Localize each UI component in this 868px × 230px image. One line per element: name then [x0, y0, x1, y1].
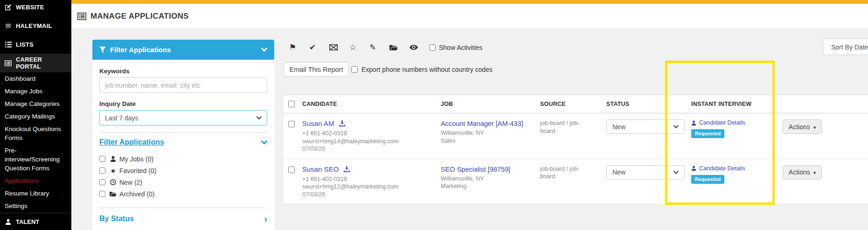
filter-applications-link[interactable]: Filter Applications [99, 138, 164, 146]
email-this-report-button[interactable]: Email This Report [284, 62, 349, 77]
chevron-down-icon[interactable] [261, 48, 267, 52]
instant-interview-cell: Candidate Details Requested [691, 159, 783, 204]
select-all-checkbox[interactable] [288, 101, 295, 107]
candidate-date: 07/03/25 [302, 191, 441, 199]
sidebar-item-dashboard[interactable]: Dashboard [5, 74, 67, 83]
inquiry-date-select[interactable]: Last 7 days [99, 110, 267, 125]
column-header-status: STATUS [606, 95, 691, 113]
list-icon [5, 42, 12, 48]
sidebar-top-group: WEBSITE ✉ HALEYMAIL LISTS CAREER PORTAL [0, 0, 71, 72]
sidebar-item-category-mailings[interactable]: Category Mailings [5, 112, 67, 121]
sidebar-item-resume-library[interactable]: Resume Library [5, 189, 67, 198]
sidebar-item-website[interactable]: WEBSITE [0, 0, 71, 16]
show-activities-label: Show Activities [439, 44, 482, 51]
download-resume-icon[interactable] [344, 166, 350, 172]
manage-applications-screen: WEBSITE ✉ HALEYMAIL LISTS CAREER PORTAL … [0, 0, 868, 230]
filter-archived[interactable]: Archived (0) [99, 188, 267, 200]
eye-icon[interactable] [410, 42, 430, 52]
by-status-link[interactable]: By Status [99, 215, 134, 223]
candidate-email: swurst+hmg14@haleymarketing.com [302, 138, 441, 146]
candidate-details-link[interactable]: Candidate Details [699, 119, 745, 126]
actions-button[interactable]: Actions ▾ [783, 165, 822, 180]
job-link[interactable]: SEO Specialist [98759] [441, 166, 510, 173]
sidebar-item-career-portal[interactable]: CAREER PORTAL [0, 54, 71, 72]
sidebar-item-settings[interactable]: Settings [5, 202, 67, 210]
show-activities-toggle[interactable]: Show Activities [429, 44, 482, 51]
sidebar-item-talent[interactable]: TALENT [0, 213, 71, 230]
sidebar-item-knockout-questions-forms[interactable]: Knockout Questions Forms [5, 125, 67, 142]
person-icon [691, 120, 696, 125]
inquiry-date-label: Inquiry Date [99, 100, 267, 107]
candidate-name-link[interactable]: Susan SEO [302, 165, 339, 173]
actions-cell: Actions ▾ [783, 159, 868, 204]
filter-panel-title: Filter Applications [110, 46, 171, 54]
keywords-input[interactable] [99, 77, 267, 93]
star-icon: ★ [109, 167, 117, 174]
candidate-cell: Susan AM +1 651-402-0319 swurst+hmg14@ha… [302, 113, 441, 159]
export-phone-label: Export phone numbers without country cod… [361, 66, 493, 73]
filter-panel: Filter Applications Keywords Inquiry Dat… [92, 40, 274, 230]
favorited-checkbox[interactable] [99, 167, 105, 174]
job-link[interactable]: Account Manager [AM-433] [441, 120, 523, 127]
sidebar-item-haleymail[interactable]: ✉ HALEYMAIL [0, 16, 71, 35]
sidebar-item-manage-categories[interactable]: Manage Categories [5, 99, 67, 108]
divider [99, 132, 267, 132]
candidate-details-link[interactable]: Candidate Details [699, 165, 745, 172]
instant-interview-cell: Candidate Details Requested [691, 113, 783, 159]
filter-applications-toggle[interactable]: Filter Applications [99, 138, 267, 146]
folder-open-icon[interactable] [389, 42, 410, 52]
sidebar-item-preinterview-screening-forms[interactable]: Pre-interview/Screening Question Forms [5, 146, 67, 173]
person-icon [5, 219, 12, 225]
check-icon[interactable]: ✔ [309, 42, 329, 52]
my-jobs-checkbox[interactable] [99, 156, 105, 162]
sidebar-item-lists[interactable]: LISTS [0, 35, 71, 54]
job-location: Williamsville, NY [441, 175, 540, 183]
filter-my-jobs[interactable]: My Jobs (0) [99, 153, 267, 165]
actions-button[interactable]: Actions ▾ [783, 119, 822, 134]
applications-table: CANDIDATE JOB SOURCE STATUS INSTANT INTE… [284, 95, 868, 204]
candidate-name-link[interactable]: Susan AM [302, 119, 334, 127]
flag-icon[interactable]: ⚑ [289, 42, 309, 52]
archived-checkbox[interactable] [99, 191, 105, 197]
pencil-icon[interactable]: ✎ [369, 42, 389, 52]
job-category: Marketing [441, 182, 540, 190]
page-header: MANAGE APPLICATIONS [71, 4, 868, 29]
source-cell: job-board / job-board [540, 113, 606, 159]
export-phone-checkbox[interactable] [351, 66, 358, 73]
download-resume-icon[interactable] [339, 120, 345, 126]
new-checkbox[interactable] [99, 179, 105, 185]
mail-x-icon[interactable] [329, 42, 349, 52]
candidate-phone: +1 651-402-0319 [302, 130, 441, 138]
sidebar-item-label: HALEYMAIL [16, 22, 52, 29]
row-checkbox[interactable] [288, 167, 295, 173]
show-activities-checkbox[interactable] [429, 44, 436, 51]
checkbox-label: Favorited (0) [119, 167, 156, 174]
list-alt-icon [5, 60, 12, 66]
column-header-actions [783, 95, 868, 113]
job-cell: Account Manager [AM-433] Williamsville, … [441, 113, 540, 159]
sidebar-item-manage-jobs[interactable]: Manage Jobs [5, 87, 67, 96]
candidate-phone: +1 651-402-0319 [302, 175, 441, 183]
sidebar-item-applications[interactable]: Applications [5, 176, 67, 185]
status-cell: New [606, 159, 691, 204]
export-phone-toggle[interactable]: Export phone numbers without country cod… [351, 66, 493, 73]
chevron-right-icon: › [264, 216, 267, 222]
chevron-down-icon [257, 116, 262, 119]
clock-icon [109, 179, 117, 185]
job-cell: SEO Specialist [98759] Williamsville, NY… [441, 159, 540, 204]
sidebar-item-label: TALENT [16, 218, 39, 225]
filter-panel-header[interactable]: Filter Applications [92, 40, 274, 60]
status-select[interactable]: New [606, 119, 685, 134]
checkbox-label: My Jobs (0) [119, 155, 153, 163]
envelope-icon: ✉ [5, 22, 12, 29]
person-icon [109, 156, 117, 162]
status-select[interactable]: New [606, 165, 685, 180]
row-checkbox[interactable] [288, 121, 295, 127]
candidate-date: 07/03/25 [302, 145, 441, 153]
star-outline-icon[interactable]: ☆ [349, 42, 369, 52]
filter-new[interactable]: New (2) [99, 176, 267, 188]
sort-by-date-button[interactable]: Sort By Date [823, 39, 868, 55]
row-select-cell [284, 159, 302, 204]
by-status-toggle[interactable]: By Status › [99, 215, 267, 223]
filter-favorited[interactable]: ★ Favorited (0) [99, 165, 267, 176]
